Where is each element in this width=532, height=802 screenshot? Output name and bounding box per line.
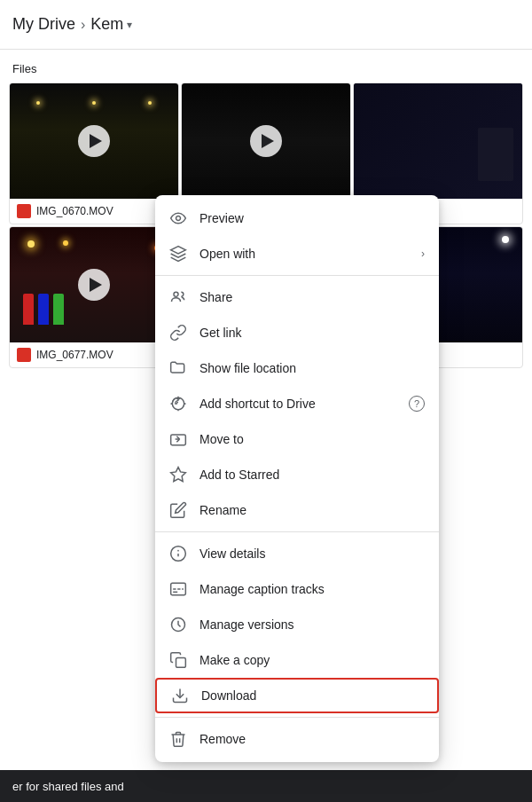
menu-label: Make a copy: [200, 653, 425, 667]
svg-rect-13: [176, 658, 186, 668]
menu-item-manage-captions[interactable]: Manage caption tracks: [155, 571, 439, 607]
chevron-down-icon: ▾: [127, 19, 132, 31]
menu-label: View details: [200, 546, 425, 561]
menu-label: Manage caption tracks: [200, 582, 425, 596]
menu-item-get-link[interactable]: Get link: [155, 315, 439, 350]
mov-icon: [17, 348, 31, 362]
menu-item-share[interactable]: Share: [155, 279, 439, 315]
file-thumbnail: [10, 83, 178, 199]
svg-point-1: [174, 292, 178, 296]
info-icon: [169, 545, 187, 562]
caption-icon: [169, 580, 187, 598]
trash-icon: [169, 730, 187, 748]
file-label: IMG_0670.MOV: [10, 199, 178, 224]
menu-item-add-shortcut[interactable]: Add shortcut to Drive ?: [155, 386, 439, 421]
folder-label[interactable]: Kem ▾: [90, 15, 132, 34]
play-button[interactable]: [78, 125, 110, 157]
menu-divider: [155, 717, 439, 718]
menu-label: Open with: [200, 247, 409, 261]
help-badge: ?: [409, 396, 425, 412]
bottom-bar: er for shared files and: [0, 770, 532, 802]
eye-icon: [169, 209, 187, 227]
menu-label: Preview: [200, 211, 425, 225]
folder-icon: [169, 359, 187, 377]
menu-item-add-starred[interactable]: Add to Starred: [155, 457, 439, 492]
folder-name: Kem: [90, 15, 123, 34]
menu-label: Remove: [200, 732, 425, 746]
menu-label: Manage versions: [200, 617, 425, 632]
link-icon: [169, 324, 187, 342]
play-button[interactable]: [250, 125, 282, 157]
file-thumbnail: [10, 227, 178, 342]
file-label: IMG_0677.MOV: [10, 342, 178, 367]
pencil-icon: [169, 501, 187, 519]
bottom-bar-text: er for shared files and: [12, 780, 124, 793]
download-icon: [171, 687, 189, 704]
section-label: Files: [0, 50, 532, 83]
menu-label: Download: [201, 688, 423, 703]
menu-item-open-with[interactable]: Open with ›: [155, 236, 439, 271]
decorative-lights: [10, 101, 178, 105]
versions-icon: [169, 616, 187, 633]
move-to-icon: [169, 430, 187, 448]
menu-label: Add to Starred: [200, 468, 425, 482]
svg-point-0: [176, 216, 181, 221]
open-with-icon: [169, 245, 187, 263]
menu-label: Get link: [200, 326, 425, 340]
menu-item-rename[interactable]: Rename: [155, 492, 439, 528]
person-add-icon: [169, 288, 187, 306]
copy-icon: [169, 651, 187, 669]
file-name: IMG_0677.MOV: [36, 349, 113, 361]
star-icon: [169, 466, 187, 484]
drive-label[interactable]: My Drive: [12, 15, 75, 34]
breadcrumb: My Drive › Kem ▾: [12, 15, 132, 34]
menu-label: Move to: [200, 432, 425, 446]
menu-item-make-copy[interactable]: Make a copy: [155, 642, 439, 678]
file-name: IMG_0670.MOV: [36, 205, 113, 217]
menu-item-manage-versions[interactable]: Manage versions: [155, 607, 439, 642]
menu-item-preview[interactable]: Preview: [155, 200, 439, 236]
file-card[interactable]: IMG_0670.MOV: [9, 83, 179, 224]
menu-label: Show file location: [200, 361, 425, 375]
menu-item-show-file-location[interactable]: Show file location: [155, 350, 439, 386]
menu-divider: [155, 275, 439, 276]
menu-item-move-to[interactable]: Move to: [155, 421, 439, 457]
menu-label: Add shortcut to Drive: [200, 397, 396, 411]
header: My Drive › Kem ▾: [0, 0, 532, 50]
context-menu: Preview Open with › Share Get link Show …: [155, 195, 439, 762]
menu-label: Rename: [200, 503, 425, 517]
breadcrumb-separator: ›: [81, 17, 85, 33]
shortcut-icon: [169, 395, 187, 413]
chevron-right-icon: ›: [421, 248, 425, 260]
file-card[interactable]: IMG_0677.MOV: [9, 226, 179, 368]
file-thumbnail: [354, 83, 522, 199]
menu-item-view-details[interactable]: View details: [155, 536, 439, 571]
menu-label: Share: [200, 290, 425, 304]
mov-icon: [17, 204, 31, 218]
file-thumbnail: [182, 83, 350, 199]
menu-item-download[interactable]: Download: [155, 678, 439, 713]
menu-item-remove[interactable]: Remove: [155, 721, 439, 757]
menu-divider: [155, 531, 439, 532]
